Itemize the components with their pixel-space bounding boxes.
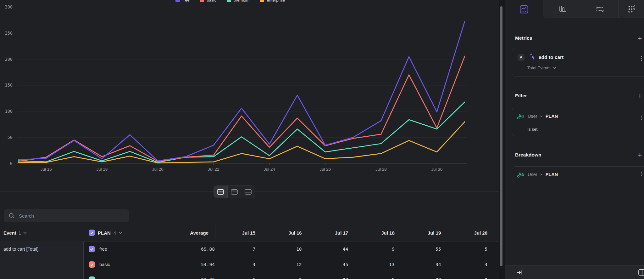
chart-and-table-panel: freebasicpremiumenterprise 0501001502002…: [0, 0, 499, 279]
scrollbar-thumb[interactable]: [500, 6, 502, 266]
check-icon: [90, 231, 94, 235]
check-icon: [90, 277, 94, 279]
text-property-icon: Aa: [517, 171, 525, 178]
check-icon: [90, 262, 94, 267]
collapse-sidebar-button[interactable]: [516, 269, 523, 277]
line-chart[interactable]: 050100150200250300Jul 16Jul 18Jul 20Jul …: [0, 0, 499, 176]
event-row-label-column: add to cart [Total]: [0, 241, 83, 279]
svg-text:Jul 16: Jul 16: [41, 167, 52, 172]
search-input[interactable]: [18, 213, 124, 219]
svg-text:150: 150: [5, 83, 13, 88]
analytics-app: freebasicpremiumenterprise 0501001502002…: [0, 0, 644, 279]
svg-text:Jul 28: Jul 28: [375, 167, 387, 172]
grid-dots-icon: [627, 5, 636, 13]
cell-value: 12: [258, 257, 302, 272]
cell-value: 34: [397, 257, 441, 272]
filter-operator[interactable]: Is set: [527, 127, 537, 132]
event-count: 1: [19, 230, 21, 236]
columns-icon: [638, 269, 644, 276]
metric-series-badge: A: [518, 54, 525, 61]
table-row-free[interactable]: free69.88710449555: [84, 241, 499, 257]
svg-text:Jul 26: Jul 26: [319, 167, 331, 172]
plan-column-dropdown[interactable]: PLAN 4: [89, 224, 122, 241]
breakdown-card[interactable]: Aa User PLAN: [512, 166, 644, 182]
panel-layout-button[interactable]: [638, 269, 644, 277]
plan-column-label: PLAN: [98, 230, 111, 236]
metric-menu-button[interactable]: [640, 55, 643, 62]
date-column-header: Jul 20: [441, 224, 487, 241]
layout-chart-only-button[interactable]: [227, 186, 241, 198]
cell-value: 45: [304, 257, 348, 272]
cell-value: 5: [351, 272, 395, 279]
row-label: free: [99, 242, 107, 257]
layout-table-only-button[interactable]: [241, 186, 255, 198]
svg-text:Jul 30: Jul 30: [431, 167, 442, 172]
bar-chart-icon: [558, 5, 566, 13]
panel-bottom-icon: [245, 189, 252, 195]
svg-text:100: 100: [5, 109, 13, 114]
cell-value: 44: [304, 242, 348, 257]
table-header: Event 1 PLAN 4 Average Jul 15Jul: [0, 224, 499, 241]
cell-value: 13: [351, 257, 395, 272]
filter-card[interactable]: Aa User PLAN Is set: [512, 108, 644, 136]
layout-split-button[interactable]: [214, 186, 227, 198]
premium-checkbox[interactable]: [89, 276, 95, 279]
cell-value: 4: [443, 257, 487, 272]
breakdown-menu-button[interactable]: [640, 171, 643, 177]
breakdown-section-title: Breakdown: [515, 152, 541, 158]
cell-value: 5: [443, 242, 487, 257]
row-label: premium: [99, 272, 117, 279]
svg-text:300: 300: [5, 4, 13, 9]
search-icon: [9, 213, 14, 219]
chevron-right-icon: [541, 173, 542, 176]
collapse-right-icon: [516, 269, 523, 276]
breakdown-property: PLAN: [546, 172, 558, 177]
chevron-right-icon: [541, 115, 542, 118]
panel-top-icon: [231, 189, 238, 195]
add-metric-button[interactable]: +: [636, 35, 644, 42]
cell-value: 23: [397, 272, 441, 279]
filter-scope: User: [528, 114, 537, 119]
cell-value: 5: [211, 272, 255, 279]
metric-measure-dropdown[interactable]: Total Events: [527, 65, 556, 70]
split-horizontal-icon: [217, 189, 224, 195]
event-column-dropdown[interactable]: Event 1: [3, 224, 27, 241]
tab-flow[interactable]: [581, 0, 619, 18]
search-box[interactable]: [4, 209, 129, 222]
average-value: 69.88: [170, 242, 215, 257]
tab-bar-chart[interactable]: [543, 0, 581, 18]
filter-menu-button[interactable]: [640, 115, 643, 121]
tab-grid-dots[interactable]: [619, 0, 644, 18]
row-label: basic: [99, 257, 110, 272]
date-column-header: Jul 16: [255, 224, 302, 241]
free-checkbox[interactable]: [89, 246, 95, 252]
add-filter-button[interactable]: +: [636, 93, 644, 100]
chevron-down-icon: [119, 232, 122, 234]
query-builder-sidebar: Metrics + A add to cart Total Events Fil…: [505, 0, 644, 279]
basic-checkbox[interactable]: [89, 261, 95, 268]
scrollbar-track: [499, 0, 505, 279]
cell-value: 3: [258, 272, 302, 279]
event-click-icon: [529, 53, 536, 61]
svg-text:250: 250: [5, 31, 13, 36]
metric-event-name: add to cart: [539, 53, 564, 61]
sidebar-footer: [505, 265, 644, 279]
flow-icon: [595, 5, 604, 13]
chevron-down-icon: [23, 232, 27, 234]
cell-value: 55: [397, 242, 441, 257]
text-property-icon: Aa: [517, 113, 525, 120]
event-row-label: add to cart [Total]: [0, 241, 83, 257]
average-value: 33.00: [170, 272, 215, 279]
breakdown-scope: User: [528, 172, 537, 177]
svg-text:Jul 22: Jul 22: [208, 167, 219, 172]
metric-card[interactable]: A add to cart Total Events: [512, 48, 644, 77]
table-row-basic[interactable]: basic54.944124513344: [84, 257, 499, 272]
add-breakdown-button[interactable]: +: [636, 152, 644, 159]
filter-section-title: Filter: [515, 93, 527, 99]
date-column-header: Jul 19: [394, 224, 441, 241]
plan-select-all-checkbox[interactable]: [89, 230, 95, 236]
cell-value: 10: [258, 242, 302, 257]
tab-line-chart[interactable]: [505, 0, 543, 18]
chart-layout-toggle: [214, 185, 255, 198]
table-row-premium[interactable]: premium33.0053235232: [84, 272, 499, 279]
